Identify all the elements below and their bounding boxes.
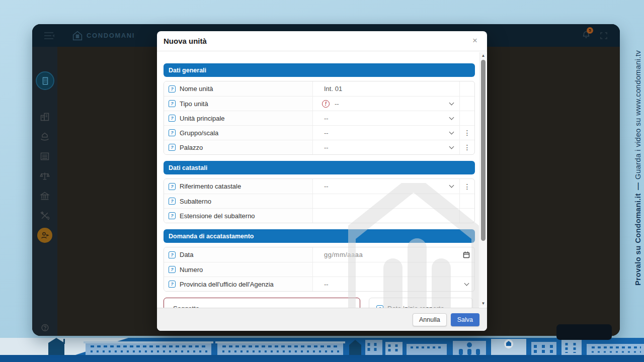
chevron-down-icon [449, 144, 454, 149]
sidebar-item-2[interactable] [39, 131, 50, 142]
form-row-tipo-unita: ? Tipo unità ! -- [164, 96, 474, 111]
kebab-menu-icon[interactable]: ⋮ [464, 144, 471, 151]
field-label: Provincia dell'ufficio dell'Agenzia [180, 281, 274, 288]
app-logo[interactable]: CONDOMANI [72, 31, 135, 41]
sidebar [32, 47, 57, 336]
modal-body: Dati generali ? Nome unità Int. 01 ? Tip [157, 51, 487, 308]
numero-input[interactable] [312, 262, 474, 277]
form-row-subalterno: ? Subalterno [164, 194, 474, 208]
estensione-subalterno-input[interactable] [312, 209, 459, 223]
new-unit-modal: Nuova unità × Dati generali ? Nome unità [157, 31, 487, 331]
palazzo-select[interactable]: -- [312, 140, 459, 154]
field-label: Data [180, 251, 193, 258]
sidebar-item-6[interactable] [39, 210, 50, 221]
sidebar-item-3[interactable] [39, 151, 50, 162]
help-icon[interactable]: ? [169, 100, 176, 107]
data-inizio-rapporto-card: ? Data inizio rapporto [369, 298, 473, 308]
sidebar-item-1[interactable] [39, 111, 50, 122]
hand-house-icon [40, 132, 50, 142]
help-icon[interactable]: ? [169, 183, 176, 190]
desktop-background: Provalo su Condomani.it — Guarda i video… [0, 0, 644, 362]
kebab-menu-icon[interactable]: ⋮ [464, 129, 471, 136]
buildings-icon [40, 112, 50, 122]
promo-banner-bold: Provalo su Condomani.it [633, 193, 642, 286]
save-button[interactable]: Salva [451, 313, 479, 326]
promo-banner: Provalo su Condomani.it — Guarda i video… [633, 0, 642, 336]
section-header-domanda-accatastamento: Domanda di accatastamento [164, 229, 475, 243]
chevron-down-icon [449, 101, 454, 106]
field-label: Subalterno [180, 198, 211, 205]
help-icon[interactable]: ? [169, 212, 176, 219]
help-icon[interactable]: ? [169, 266, 176, 273]
bottom-cards-row: Soggetto ? Data inizio rapporto [164, 298, 475, 308]
form-card-dati-generali: ? Nome unità Int. 01 ? Tipo unità ! [164, 81, 475, 155]
chevron-down-icon [449, 115, 454, 120]
promo-banner-separator: — [633, 183, 642, 190]
nome-unita-input[interactable]: Int. 01 [312, 81, 459, 96]
help-icon[interactable]: ? [169, 129, 176, 136]
fullscreen-icon[interactable] [600, 32, 608, 40]
riferimento-catastale-select[interactable]: -- [312, 179, 459, 194]
modal-scrollbar[interactable]: ▲ ▼ [479, 52, 486, 307]
field-label: Numero [180, 266, 203, 274]
close-icon[interactable]: × [469, 35, 480, 46]
form-row-provincia: ? Provincia dell'ufficio dell'Agenzia -- [164, 277, 474, 291]
soggetto-card: Soggetto [164, 298, 360, 308]
modal-title: Nuova unità [164, 37, 207, 45]
form-row-gruppo-scala: ? Gruppo/scala -- ⋮ [164, 125, 474, 140]
sidebar-item-4[interactable] [39, 170, 50, 182]
field-label: Estensione del subalterno [180, 212, 255, 220]
sidebar-toggle-icon[interactable] [43, 32, 54, 40]
chevron-down-icon [449, 183, 454, 188]
modal-footer: Annulla Salva [157, 308, 487, 331]
field-label: Unità principale [180, 115, 225, 122]
help-icon[interactable]: ? [169, 198, 176, 205]
section-header-dati-catastali: Dati catastali [164, 161, 475, 174]
form-row-numero: ? Numero [164, 262, 474, 277]
scroll-down-arrow[interactable]: ▼ [480, 300, 487, 307]
subalterno-input[interactable] [312, 194, 459, 208]
data-date-input[interactable]: gg/mm/aaaa [312, 247, 474, 262]
tipo-unita-select[interactable]: ! -- [312, 97, 459, 111]
unita-principale-select[interactable]: -- [312, 111, 459, 125]
form-card-domanda-accatastamento: ? Data gg/mm/aaaa [164, 247, 475, 292]
warning-icon: ! [322, 100, 330, 108]
bottom-right-dark-box [556, 324, 612, 340]
chevron-down-icon [449, 130, 454, 135]
sidebar-item-5[interactable] [39, 191, 50, 202]
notification-badge: 5 [587, 27, 593, 34]
building-icon [41, 76, 50, 85]
form-row-estensione-subalterno: ? Estensione del subalterno [164, 208, 474, 223]
section-header-dati-generali: Dati generali [164, 63, 475, 77]
promo-banner-regular: Guarda i video su www.condomani.tv [633, 50, 642, 179]
form-row-palazzo: ? Palazzo -- ⋮ [164, 140, 474, 154]
help-icon[interactable]: ? [169, 281, 176, 288]
help-icon[interactable]: ? [169, 115, 176, 122]
provincia-select[interactable]: -- [312, 277, 474, 291]
kebab-menu-icon[interactable]: ⋮ [464, 183, 471, 190]
notifications-button[interactable]: 5 [582, 30, 591, 41]
person-arrow-icon [40, 231, 49, 240]
brand-name: CONDOMANI [87, 32, 135, 39]
calendar-icon[interactable] [463, 251, 470, 258]
cancel-button[interactable]: Annulla [413, 313, 447, 326]
field-label: Palazzo [180, 144, 203, 151]
help-circle-icon [40, 323, 50, 333]
help-icon[interactable]: ? [169, 144, 176, 151]
scroll-up-arrow[interactable]: ▲ [480, 52, 487, 59]
field-label: Tipo unità [180, 100, 208, 108]
cityscape-illustration [0, 338, 644, 362]
field-label: Gruppo/scala [180, 129, 218, 137]
help-icon[interactable]: ? [169, 85, 176, 93]
scales-icon [40, 171, 50, 181]
scrollbar-thumb[interactable] [481, 60, 486, 241]
form-row-unita-principale: ? Unità principale -- [164, 111, 474, 125]
form-card-dati-catastali: ? Riferimento catastale -- ⋮ ? Subaltern… [164, 178, 475, 223]
sidebar-item-active[interactable] [37, 228, 52, 243]
help-icon[interactable]: ? [169, 251, 176, 258]
modal-header: Nuova unità × [157, 31, 487, 51]
form-row-nome-unita: ? Nome unità Int. 01 [164, 81, 474, 96]
sidebar-item-help[interactable] [39, 322, 50, 333]
sidebar-item-condominio[interactable] [36, 71, 54, 90]
gruppo-scala-select[interactable]: -- [312, 126, 459, 140]
